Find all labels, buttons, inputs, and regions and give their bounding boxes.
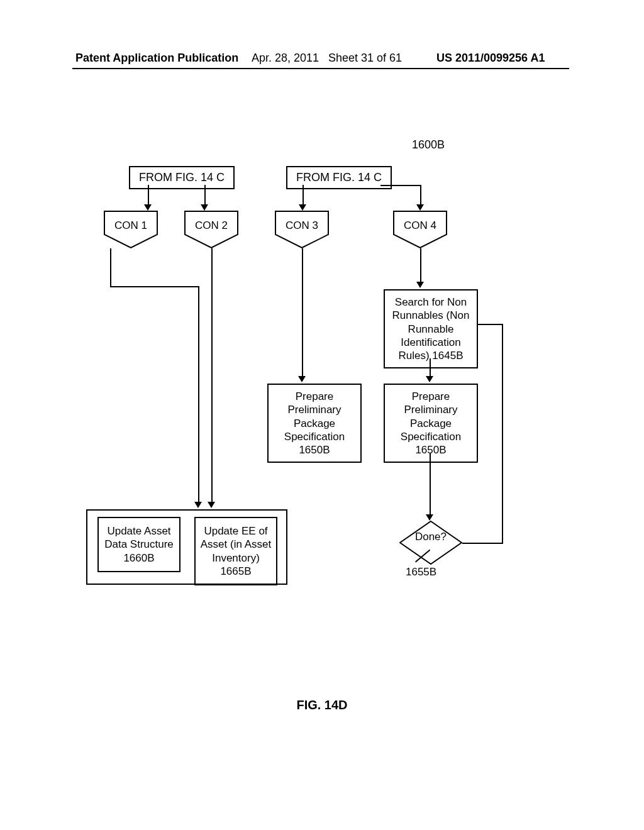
connector-line bbox=[478, 324, 503, 325]
connector-label: CON 4 bbox=[393, 219, 447, 232]
sheet-number: Sheet 31 of 61 bbox=[328, 52, 402, 65]
connector-line bbox=[302, 248, 303, 377]
flowchart-diagram: 1600B FROM FIG. 14 C FROM FIG. 14 C CON … bbox=[72, 132, 569, 679]
connector-line bbox=[430, 453, 431, 516]
offpage-connector-2: CON 2 bbox=[184, 211, 238, 248]
connector-line bbox=[420, 248, 421, 283]
connector-line bbox=[430, 358, 431, 377]
decision-done: Done? bbox=[399, 521, 462, 565]
connector-line bbox=[148, 185, 149, 206]
connector-line bbox=[303, 185, 304, 206]
offpage-connector-4: CON 4 bbox=[393, 211, 447, 248]
connector-line bbox=[380, 185, 421, 186]
connector-line bbox=[198, 286, 199, 503]
header-divider bbox=[72, 68, 569, 69]
arrowhead-icon bbox=[416, 204, 424, 211]
connector-label: CON 2 bbox=[184, 219, 238, 232]
arrowhead-icon bbox=[201, 204, 208, 211]
process-update-asset-data: Update Asset Data Structure 1660B bbox=[97, 517, 180, 572]
arrowhead-icon bbox=[194, 502, 202, 508]
connector-line bbox=[110, 248, 111, 286]
arrowhead-icon bbox=[298, 376, 306, 382]
figure-reference-1600b: 1600B bbox=[412, 138, 445, 152]
application-number: US 2011/0099256 A1 bbox=[436, 52, 545, 65]
reference-label-1655b: 1655B bbox=[406, 566, 436, 578]
figure-caption: FIG. 14D bbox=[0, 698, 644, 712]
connector-line bbox=[204, 185, 206, 206]
publication-label: Patent Application Publication bbox=[75, 52, 238, 65]
publication-date: Apr. 28, 2011 bbox=[252, 52, 319, 65]
arrowhead-icon bbox=[416, 282, 424, 288]
process-prepare-spec-3: Prepare Preliminary Package Specificatio… bbox=[267, 384, 362, 463]
process-update-ee-asset: Update EE of Asset (in Asset Inventory) … bbox=[194, 517, 277, 585]
arrowhead-icon bbox=[144, 204, 152, 211]
connector-line bbox=[211, 248, 213, 503]
connector-line bbox=[110, 286, 199, 287]
process-prepare-spec-4: Prepare Preliminary Package Specificatio… bbox=[384, 384, 478, 463]
connector-label: CON 1 bbox=[104, 219, 158, 232]
subprocess-group: Update Asset Data Structure 1660B Update… bbox=[86, 509, 287, 585]
offpage-connector-3: CON 3 bbox=[275, 211, 329, 248]
arrowhead-icon bbox=[299, 204, 306, 211]
process-search-non-runnables: Search for Non Runnables (Non Runnable I… bbox=[384, 289, 478, 368]
arrowhead-icon bbox=[208, 502, 215, 508]
connector-line bbox=[462, 543, 503, 544]
connector-line bbox=[420, 185, 421, 206]
offpage-connector-1: CON 1 bbox=[104, 211, 158, 248]
arrowhead-icon bbox=[426, 514, 433, 521]
arrowhead-icon bbox=[426, 376, 433, 382]
from-fig-box-left: FROM FIG. 14 C bbox=[129, 166, 235, 189]
decision-label: Done? bbox=[399, 531, 462, 543]
connector-label: CON 3 bbox=[275, 219, 329, 232]
connector-line bbox=[502, 324, 503, 544]
